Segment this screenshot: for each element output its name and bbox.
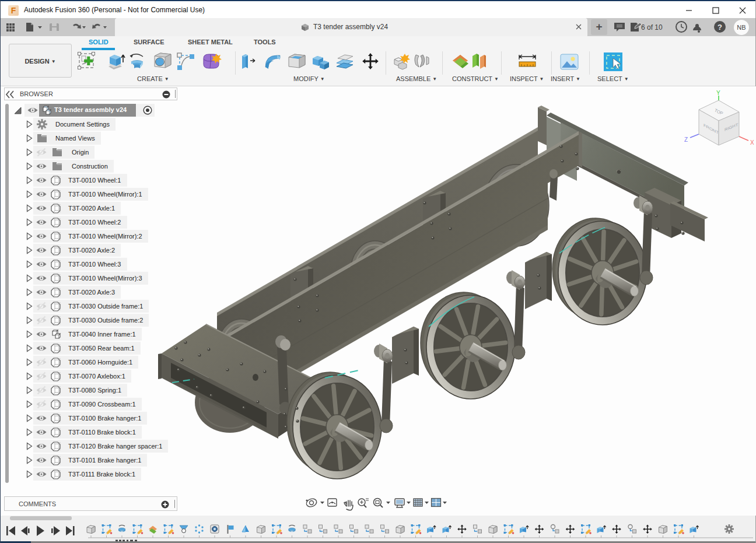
svg-text:Y: Y xyxy=(716,90,720,96)
svg-text:?: ? xyxy=(718,23,722,31)
svg-text:Z: Z xyxy=(684,136,688,143)
svg-text:X: X xyxy=(750,139,754,146)
